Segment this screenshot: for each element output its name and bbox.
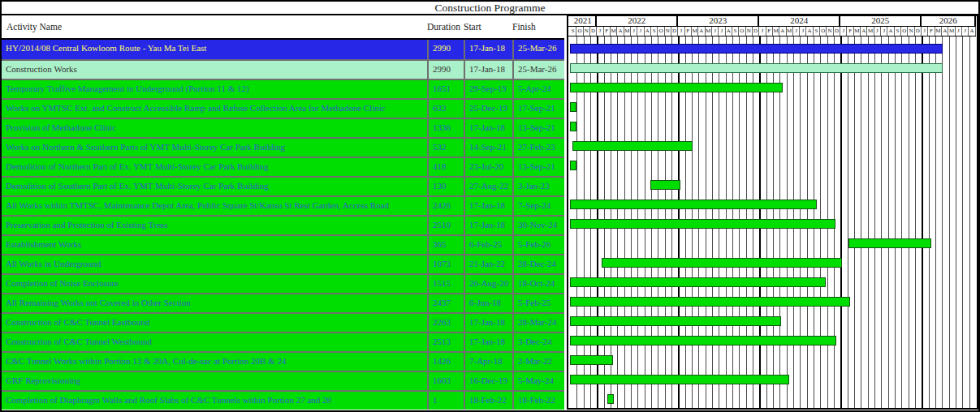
month-label: O <box>901 27 908 36</box>
gantt-bar <box>570 219 835 229</box>
gantt-bar <box>570 336 836 345</box>
cell-dur: 1426 <box>427 353 464 371</box>
cell-dur: 2990 <box>427 61 464 79</box>
page-title: Construction Programme <box>2 2 978 15</box>
year-label: 2021 <box>570 16 597 26</box>
cell-name: Works on Northern & Southern Parts of YM… <box>2 139 427 157</box>
table-row: Provision of Methadone Clinic133617-Jan-… <box>2 118 564 137</box>
cell-name: All Works in Underground <box>2 255 427 273</box>
cell-name: Completion of Diaphragm Walls and Roof S… <box>2 392 427 410</box>
year-label: 2023 <box>678 16 759 26</box>
gantt-bar <box>570 102 576 112</box>
cell-name: Temporary Traffive Management in Undergr… <box>2 80 427 98</box>
cell-st: 17-Jan-18 <box>464 119 512 137</box>
gantt-bar <box>570 161 576 170</box>
month-label: J <box>597 27 603 36</box>
month-label: N <box>584 27 590 36</box>
month-label: F <box>604 27 611 36</box>
cell-dur: 2263 <box>427 314 464 332</box>
table-row: All Remaining Works not Covered in Other… <box>2 293 564 312</box>
cell-fn: 5-May-24 <box>512 372 564 390</box>
cell-dur: 130 <box>427 178 464 195</box>
cell-fn: 13-Sep-21 <box>512 158 564 176</box>
month-label: O <box>820 27 827 36</box>
month-gridline <box>874 36 875 408</box>
cell-st: 17-Jan-18 <box>464 197 512 215</box>
cell-fn: 27-Feb-23 <box>512 139 564 157</box>
cell-st: 7-Apr-18 <box>464 353 512 371</box>
table-row: Completion of Noise Enclosure151526-Aug-… <box>2 273 564 293</box>
table-header-row: Activity Name Duration Start Finish <box>2 15 564 40</box>
cell-fn: 18-Oct-24 <box>512 275 564 293</box>
cell-dur: 1603 <box>427 372 464 390</box>
cell-dur: 2426 <box>427 197 464 215</box>
cell-fn: 25-Mar-26 <box>512 40 564 59</box>
month-label: J <box>800 27 806 36</box>
month-label: J <box>637 27 644 36</box>
month-label: A <box>726 27 732 36</box>
month-gridline <box>881 36 882 408</box>
cell-fn: 25-Mar-26 <box>512 61 564 79</box>
month-gridline <box>942 36 943 408</box>
month-label: D <box>915 27 922 36</box>
table-row: All Works in Underground107321-Jan-2228-… <box>2 254 564 273</box>
month-label: J <box>719 27 725 36</box>
month-label: A <box>942 27 948 36</box>
cell-st: 6-Feb-25 <box>464 236 512 254</box>
cell-st: 25-Dec-19 <box>464 100 512 118</box>
cell-fn: 30-Nov-24 <box>512 217 564 234</box>
table-row: C&C Tunnel Works within Portion 13 & 20A… <box>2 351 564 371</box>
month-label: M <box>854 27 861 36</box>
month-label: D <box>834 27 840 36</box>
month-label: M <box>624 27 631 36</box>
month-label: N <box>746 27 753 36</box>
gantt-bar <box>570 83 783 92</box>
cell-name: Demolition of Northern Part of Ex. YMT M… <box>2 158 427 176</box>
cell-dur: 2990 <box>427 40 464 59</box>
table-row: Preservation and Protection of Existing … <box>2 215 564 234</box>
cell-name: Construction of C&C Tunnel Eastbound <box>2 314 427 332</box>
cell-fn: 5-Feb-25 <box>512 294 564 312</box>
month-gridline <box>901 36 902 408</box>
cell-dur: 1 <box>427 392 464 410</box>
gantt-bar <box>570 63 943 73</box>
gantt-bar <box>570 355 613 365</box>
month-gridline <box>861 36 861 408</box>
gantt-chart-area <box>568 36 977 408</box>
year-label: 2022 <box>597 16 678 26</box>
cell-st: 17-Jan-18 <box>464 217 512 234</box>
table-row: HY/2014/08 Central Kowloom Route - Yau M… <box>2 40 564 59</box>
month-label: J <box>678 27 684 36</box>
month-gridline <box>915 36 916 408</box>
month-label: N <box>827 27 833 36</box>
table-row: Works on YMTSC Ext. and Construct Access… <box>2 98 564 118</box>
construction-programme-chart: Construction Programme Activity Name Dur… <box>0 0 980 412</box>
month-gridline <box>854 36 855 408</box>
gantt-panel: 202120222023202420252026 SONDJFMAMJJASON… <box>567 15 978 410</box>
cell-name: Provision of Methadone Clinic <box>2 119 427 137</box>
table-row: Construction of C&C Tunnel Westbound2513… <box>2 332 564 351</box>
month-label: S <box>895 27 901 36</box>
cell-name: GRF Reprovisioning <box>2 372 427 390</box>
cell-fn: 3-Dec-24 <box>512 333 564 351</box>
month-label: A <box>887 27 894 36</box>
month-label: A <box>617 27 624 36</box>
timeline-year-row: 202120222023202420252026 <box>568 16 976 27</box>
gantt-bar <box>570 122 576 131</box>
column-header-activity-name: Activity Name <box>2 22 427 32</box>
month-label: A <box>698 27 705 36</box>
month-label: F <box>928 27 935 36</box>
cell-name: Works on YMTSC Ext. and Construct Access… <box>2 100 427 118</box>
year-label: 2025 <box>840 16 922 26</box>
cell-st: 17-Jan-18 <box>464 61 512 79</box>
month-label: M <box>692 27 698 36</box>
gantt-bar <box>570 375 789 384</box>
month-gridline <box>956 36 956 408</box>
cell-st: 23-Jul-20 <box>464 158 512 176</box>
month-label: J <box>962 27 969 36</box>
cell-name: All Works within TMTSC, Maintenance Depo… <box>2 197 427 215</box>
month-label: S <box>651 27 658 36</box>
month-label: A <box>806 27 813 36</box>
month-label: J <box>840 27 847 36</box>
cell-fn: 18-Feb-22 <box>512 392 564 410</box>
